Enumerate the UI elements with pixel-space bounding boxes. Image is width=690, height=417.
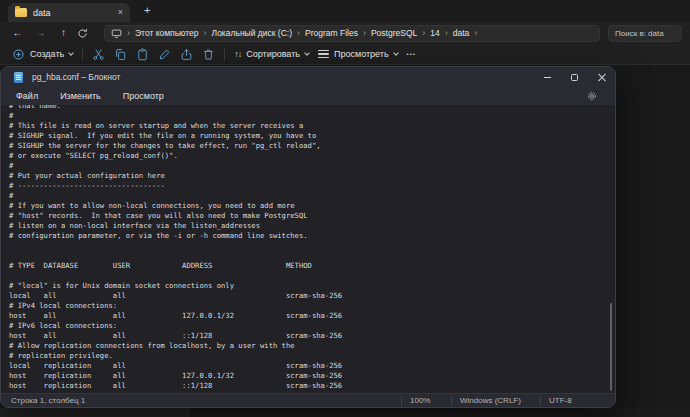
line-ending: Windows (CRLF) (451, 396, 540, 406)
cursor-position: Строка 1, столбец 1 (1, 396, 401, 405)
share-icon (180, 48, 193, 61)
chevron-right-icon: › (469, 28, 482, 38)
explorer-tab-strip: data × + (0, 0, 690, 22)
settings-gear-icon[interactable] (586, 90, 598, 102)
chevron-right-icon: › (199, 28, 212, 38)
vertical-scrollbar[interactable] (610, 303, 612, 391)
breadcrumb-item-disk-c[interactable]: Локальный диск (C:) (212, 28, 292, 38)
delete-button[interactable] (202, 48, 215, 61)
share-button[interactable] (180, 48, 193, 61)
sort-button-label: Сортировать (246, 49, 300, 59)
minimize-button[interactable] (534, 67, 561, 87)
new-button-label: Создать (30, 49, 64, 59)
zoom-level: 100% (401, 396, 451, 406)
window-title: pg_hba.conf – Блокнот (32, 72, 534, 82)
copy-button[interactable] (114, 48, 127, 61)
maximize-icon (571, 74, 578, 81)
plus-circle-icon (12, 48, 25, 61)
breadcrumb-item-postgresql[interactable]: PostgreSQL (371, 28, 417, 38)
explorer-statusbar (0, 408, 690, 417)
editor-text: # that name. # # This file is read on se… (9, 105, 615, 391)
close-button[interactable] (588, 67, 615, 87)
close-icon (598, 73, 606, 81)
rename-button[interactable] (158, 48, 171, 61)
rename-icon (158, 48, 171, 61)
maximize-button[interactable] (561, 67, 588, 87)
toolbar-separator (224, 48, 225, 61)
menu-edit[interactable]: Изменить (49, 91, 112, 101)
search-input[interactable]: Поиск в: data (608, 25, 682, 42)
view-button[interactable]: Просмотреть (318, 49, 398, 59)
chevron-right-icon: › (440, 28, 453, 38)
trash-icon (202, 48, 215, 61)
refresh-icon (77, 28, 88, 39)
chevron-down-icon (68, 50, 74, 56)
refresh-button[interactable] (77, 28, 96, 39)
breadcrumb[interactable]: › Этот компьютер › Локальный диск (C:) ›… (104, 25, 600, 42)
toolbar-separator (82, 48, 83, 61)
encoding: UTF-8 (540, 396, 615, 406)
folder-icon (15, 8, 27, 17)
breadcrumb-item-data[interactable]: data (453, 28, 470, 38)
new-tab-button[interactable]: + (144, 4, 150, 18)
explorer-navbar: ← → ↑ › Этот компьютер › Локальный диск … (0, 22, 690, 44)
minimize-icon (544, 77, 551, 78)
breadcrumb-item-program-files[interactable]: Program Files (305, 28, 358, 38)
ellipsis-icon: ••• (407, 51, 416, 57)
chevron-down-icon (393, 50, 399, 56)
paste-button[interactable] (136, 48, 149, 61)
scissors-icon (92, 48, 105, 61)
copy-icon (114, 48, 127, 61)
notepad-app-icon (14, 72, 23, 83)
notepad-statusbar: Строка 1, столбец 1 100% Windows (CRLF) … (1, 393, 615, 407)
chevron-right-icon: › (292, 28, 305, 38)
sort-arrows-icon: ↑↓ (234, 49, 241, 59)
menu-file[interactable]: Файл (5, 91, 49, 101)
view-button-label: Просмотреть (334, 49, 389, 59)
chevron-down-icon (304, 50, 310, 56)
up-button[interactable]: ↑ (54, 28, 73, 38)
explorer-toolbar: Создать (0, 44, 690, 65)
close-tab-icon[interactable]: × (118, 8, 123, 17)
notepad-titlebar[interactable]: pg_hba.conf – Блокнот (1, 67, 615, 87)
desktop: data × + ← → ↑ › Этот компьютер › Локаль… (0, 0, 690, 417)
chevron-right-icon: › (417, 28, 430, 38)
more-options-button[interactable]: ••• (407, 51, 416, 57)
forward-button[interactable]: → (31, 28, 50, 38)
breadcrumb-item-14[interactable]: 14 (430, 28, 439, 38)
sort-button[interactable]: ↑↓ Сортировать (234, 49, 309, 59)
chevron-right-icon: › (122, 28, 135, 38)
notepad-window: pg_hba.conf – Блокнот Файл Изменить Прос… (0, 66, 616, 408)
explorer-tab-data[interactable]: data × (8, 3, 130, 22)
clipboard-icon (136, 48, 149, 61)
chevron-right-icon: › (358, 28, 371, 38)
new-button[interactable]: Создать (12, 48, 73, 61)
cut-button[interactable] (92, 48, 105, 61)
editor-area[interactable]: # that name. # # This file is read on se… (1, 105, 615, 393)
menu-view[interactable]: Просмотр (112, 91, 175, 101)
view-list-icon (318, 50, 329, 59)
back-button[interactable]: ← (8, 28, 27, 38)
notepad-menubar: Файл Изменить Просмотр (1, 87, 615, 105)
breadcrumb-item-this-pc[interactable]: Этот компьютер (135, 28, 199, 38)
computer-icon (111, 28, 122, 39)
tab-title: data (33, 8, 112, 18)
